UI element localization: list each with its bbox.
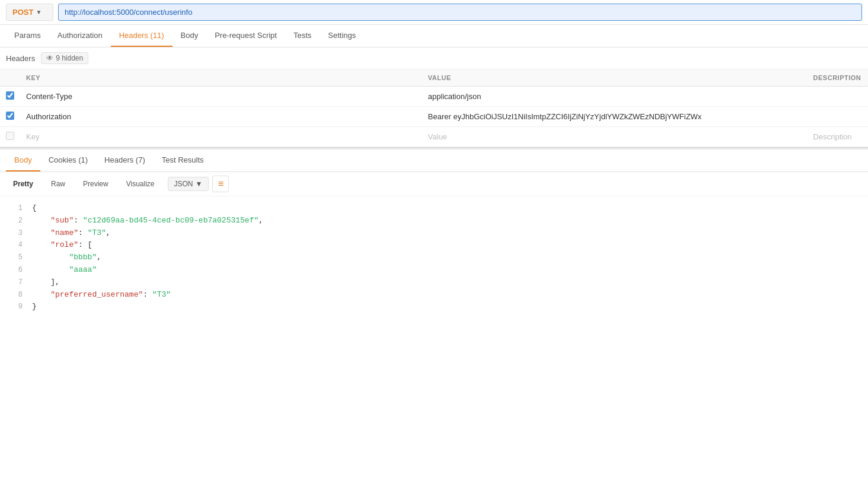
row1-checkbox[interactable] [6, 91, 14, 100]
table-row-empty: Key Value Description [0, 127, 868, 147]
empty-row-checkbox-cell [0, 127, 20, 147]
viewer-tab-pretty[interactable]: Pretty [6, 177, 40, 191]
json-line-9: 9 } [0, 301, 868, 313]
empty-row-desc[interactable]: Description [808, 127, 868, 147]
empty-row-value[interactable]: Value [422, 127, 808, 147]
url-bar: POST ▼ [0, 0, 868, 25]
response-tab-headers[interactable]: Headers (7) [96, 150, 154, 171]
url-input[interactable] [58, 4, 862, 21]
tab-params[interactable]: Params [6, 25, 49, 47]
viewer-tabs: Pretty Raw Preview Visualize JSON ▼ ≡ [0, 172, 868, 196]
row1-value: application/json [422, 87, 808, 107]
tab-pre-request-script[interactable]: Pre-request Script [206, 25, 285, 47]
row2-value: Bearer eyJhbGciOiJSUzI1NiIsImtpZZCI6IjZi… [422, 107, 808, 127]
json-line-2: 2 "sub": "c12d69aa-bd45-4ced-bc09-eb7a02… [0, 215, 868, 227]
tab-settings[interactable]: Settings [320, 25, 364, 47]
wrap-icon[interactable]: ≡ [212, 176, 229, 192]
json-line-5: 5 "bbbb", [0, 252, 868, 264]
method-dropdown[interactable]: POST ▼ [6, 4, 53, 21]
json-line-8: 8 "preferred_username": "T3" [0, 289, 868, 301]
col-header-checkbox [0, 69, 20, 87]
json-line-6: 6 "aaaa" [0, 264, 868, 276]
headers-table: KEY VALUE DESCRIPTION Content-Type appli… [0, 69, 868, 147]
table-row: Authorization Bearer eyJhbGciOiJSUzI1NiI… [0, 107, 868, 127]
method-chevron-icon: ▼ [36, 9, 42, 15]
method-value: POST [12, 8, 33, 17]
hidden-count: 9 hidden [56, 54, 83, 62]
table-row: Content-Type application/json [0, 87, 868, 107]
headers-section-header: Headers 👁 9 hidden [0, 47, 868, 69]
tab-headers[interactable]: Headers (11) [111, 25, 173, 47]
row1-key: Content-Type [20, 87, 422, 107]
json-line-4: 4 "role": [ [0, 239, 868, 252]
eye-icon: 👁 [46, 54, 53, 62]
json-line-1: 1 { [0, 202, 868, 215]
tab-authorization[interactable]: Authorization [49, 25, 111, 47]
response-tab-body[interactable]: Body [6, 150, 40, 171]
row1-desc [808, 87, 868, 107]
tab-body[interactable]: Body [173, 25, 207, 47]
response-tabs: Body Cookies (1) Headers (7) Test Result… [0, 150, 868, 172]
format-chevron-icon: ▼ [196, 180, 203, 188]
viewer-tab-visualize[interactable]: Visualize [119, 177, 162, 191]
request-tabs: Params Authorization Headers (11) Body P… [0, 25, 868, 47]
viewer-tab-raw[interactable]: Raw [44, 177, 72, 191]
tab-tests[interactable]: Tests [285, 25, 320, 47]
col-header-value: VALUE [422, 69, 808, 87]
format-value: JSON [174, 180, 193, 188]
json-line-7: 7 ], [0, 276, 868, 289]
empty-row-checkbox[interactable] [6, 132, 14, 140]
empty-row-key[interactable]: Key [20, 127, 422, 147]
row2-desc [808, 107, 868, 127]
response-section: Body Cookies (1) Headers (7) Test Result… [0, 150, 868, 319]
response-tab-cookies[interactable]: Cookies (1) [40, 150, 96, 171]
row2-checkbox-cell [0, 107, 20, 127]
row1-checkbox-cell [0, 87, 20, 107]
col-header-key: KEY [20, 69, 422, 87]
headers-title: Headers [6, 54, 35, 63]
viewer-tab-preview[interactable]: Preview [76, 177, 116, 191]
col-header-desc: DESCRIPTION [808, 69, 868, 87]
row2-checkbox[interactable] [6, 112, 14, 120]
response-tab-test-results[interactable]: Test Results [154, 150, 212, 171]
json-line-3: 3 "name": "T3", [0, 227, 868, 240]
row2-key: Authorization [20, 107, 422, 127]
hidden-headers-badge[interactable]: 👁 9 hidden [41, 52, 88, 64]
format-select[interactable]: JSON ▼ [168, 177, 209, 191]
json-viewer: 1 { 2 "sub": "c12d69aa-bd45-4ced-bc09-eb… [0, 196, 868, 319]
